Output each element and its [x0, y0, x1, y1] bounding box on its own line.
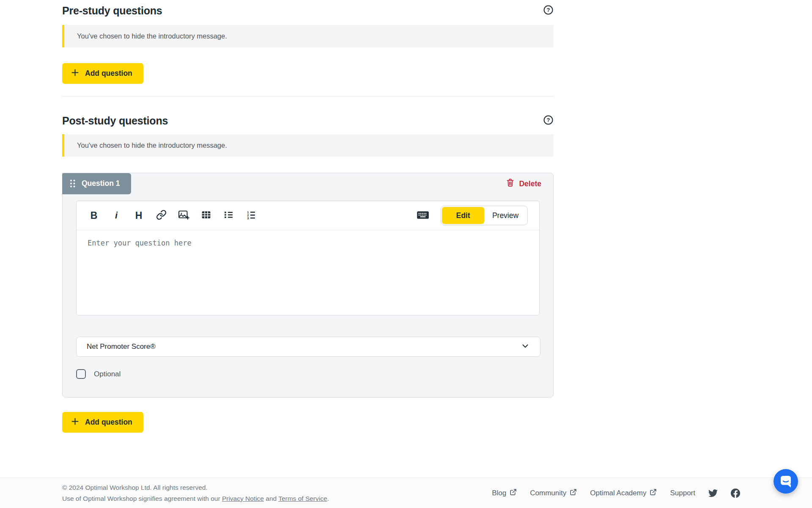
heading-icon: H [135, 211, 143, 221]
help-icon: ? [543, 115, 554, 127]
editor-toolbar: B i H [77, 201, 539, 230]
trash-icon [506, 178, 514, 189]
question-type-value: Net Promoter Score® [87, 342, 156, 351]
footer-link-blog[interactable]: Blog [492, 489, 517, 498]
footer-links: Blog Community Optimal Academy Support [492, 489, 740, 498]
editor-body [77, 230, 539, 315]
pre-study-help-button[interactable]: ? [543, 5, 554, 16]
external-link-icon [510, 489, 517, 498]
italic-button[interactable]: i [110, 209, 122, 222]
bullet-list-icon [223, 210, 234, 221]
optional-row: Optional [76, 369, 540, 397]
footer-legal: © 2024 Optimal Workshop Ltd. All rights … [62, 482, 329, 503]
footer-link-community[interactable]: Community [530, 489, 577, 498]
plus-icon [71, 417, 80, 428]
question-card-header: Question 1 Delete [63, 173, 553, 194]
svg-text:3: 3 [247, 216, 249, 220]
chevron-down-icon [521, 341, 530, 353]
delete-question-button[interactable]: Delete [506, 178, 541, 189]
banner-text: You've chosen to hide the introductory m… [77, 141, 227, 149]
help-icon: ? [543, 5, 554, 17]
optional-checkbox[interactable] [76, 369, 86, 379]
agreement-text: Use of Optimal Workshop signifies agreem… [62, 493, 329, 504]
chat-bubble-icon [774, 489, 798, 495]
pre-study-title: Pre-study questions [62, 5, 162, 17]
heading-button[interactable]: H [133, 209, 145, 222]
post-study-help-button[interactable]: ? [543, 115, 554, 126]
link-button[interactable] [155, 209, 167, 222]
pre-study-header: Pre-study questions ? [62, 3, 554, 19]
link-icon [156, 210, 167, 221]
keyboard-icon [417, 211, 429, 221]
post-study-title: Post-study questions [62, 115, 168, 127]
copyright-text: © 2024 Optimal Workshop Ltd. All rights … [62, 482, 329, 493]
post-study-header: Post-study questions ? [62, 113, 554, 128]
pre-study-intro-banner: You've chosen to hide the introductory m… [62, 25, 554, 47]
question-tab: Question 1 [62, 173, 131, 194]
add-question-label: Add question [85, 418, 132, 427]
insert-image-button[interactable] [178, 209, 189, 222]
question-editor: B i H [76, 201, 540, 315]
post-study-add-question-button[interactable]: Add question [62, 412, 143, 433]
svg-text:?: ? [546, 7, 550, 13]
question-number-label: Question 1 [82, 179, 120, 188]
image-add-icon [178, 210, 189, 221]
question-card: Question 1 Delete B i H [62, 173, 554, 398]
question-type-select[interactable]: Net Promoter Score® [76, 337, 540, 357]
twitter-icon[interactable] [708, 489, 718, 498]
banner-text: You've chosen to hide the introductory m… [77, 32, 227, 40]
preview-tab[interactable]: Preview [484, 207, 527, 224]
post-study-intro-banner: You've chosen to hide the introductory m… [62, 134, 554, 157]
edit-preview-toggle: Edit Preview [441, 206, 528, 225]
bold-icon: B [91, 211, 98, 221]
privacy-notice-link[interactable]: Privacy Notice [222, 495, 264, 502]
numbered-list-button[interactable]: 123 [245, 209, 257, 222]
question-text-input[interactable] [77, 230, 539, 315]
svg-text:?: ? [546, 117, 550, 123]
optional-label: Optional [94, 370, 121, 378]
external-link-icon [650, 489, 657, 498]
italic-icon: i [115, 211, 118, 220]
keyboard-shortcuts-button[interactable] [417, 209, 429, 222]
add-question-label: Add question [85, 69, 132, 78]
chat-launcher-button[interactable] [774, 469, 798, 494]
external-link-icon [570, 489, 577, 498]
insert-table-button[interactable] [200, 209, 212, 222]
bullet-list-button[interactable] [222, 209, 234, 222]
footer-link-optimal-academy[interactable]: Optimal Academy [590, 489, 657, 498]
plus-icon [71, 68, 80, 79]
drag-handle-icon[interactable] [69, 179, 76, 188]
edit-tab[interactable]: Edit [442, 207, 484, 224]
delete-label: Delete [519, 179, 541, 188]
main-content: Pre-study questions ? You've chosen to h… [62, 0, 554, 433]
numbered-list-icon: 123 [246, 210, 256, 221]
table-icon [201, 210, 211, 221]
bold-button[interactable]: B [88, 209, 100, 222]
facebook-icon[interactable] [731, 489, 740, 498]
page-footer: © 2024 Optimal Workshop Ltd. All rights … [0, 478, 812, 508]
section-divider [62, 96, 554, 97]
pre-study-add-question-button[interactable]: Add question [62, 63, 143, 84]
terms-of-service-link[interactable]: Terms of Service [278, 495, 327, 502]
footer-link-support[interactable]: Support [670, 489, 695, 497]
